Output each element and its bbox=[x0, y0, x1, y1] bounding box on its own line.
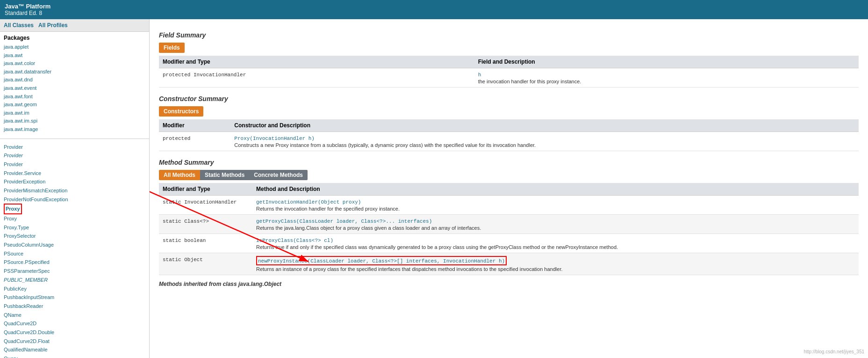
pkg-java-awt-geom[interactable]: java.awt.geom bbox=[4, 101, 145, 109]
inherited-section: Methods inherited from class java.lang.O… bbox=[159, 281, 859, 287]
concrete-methods-tab[interactable]: Concrete Methods bbox=[249, 170, 308, 180]
constructor-col-modifier: Modifier bbox=[159, 119, 230, 132]
pkg-java-awt-color[interactable]: java.awt.color bbox=[4, 59, 145, 68]
sidebar: All Classes All Profiles Packages java.a… bbox=[0, 19, 150, 358]
url-watermark: http://blog.csdn.net/jiyes_351 bbox=[803, 349, 864, 354]
table-row: static boolean isProxyClass(Class<?> cl)… bbox=[159, 234, 859, 253]
class-provider-mismatch[interactable]: ProviderMismatchException bbox=[4, 186, 145, 195]
content-area: Field Summary Fields Modifier and Type F… bbox=[150, 19, 868, 358]
field-summary-section: Field Summary Fields Modifier and Type F… bbox=[159, 31, 859, 88]
fields-table: Modifier and Type Field and Description … bbox=[159, 56, 859, 88]
method-description-3: Returns true if and only if the specifie… bbox=[256, 244, 855, 250]
pkg-java-awt[interactable]: java.awt bbox=[4, 51, 145, 60]
method-link-3[interactable]: isProxyClass(Class<?> cl) bbox=[256, 238, 333, 243]
methods-col-modifier: Modifier and Type bbox=[159, 183, 252, 196]
class-provider-2[interactable]: Provider bbox=[4, 151, 145, 160]
static-methods-tab[interactable]: Static Methods bbox=[200, 170, 249, 180]
constructor-desc: Proxy(InvocationHandler h) Constructs a … bbox=[230, 132, 859, 151]
class-psource[interactable]: PSource bbox=[4, 249, 145, 258]
constructors-tab-button[interactable]: Constructors bbox=[159, 106, 203, 117]
method-description-2: Returns the java.lang.Class object for a… bbox=[256, 225, 855, 231]
table-row: protected InvocationHandler h the invoca… bbox=[159, 68, 859, 88]
constructors-table: Modifier Constructor and Description pro… bbox=[159, 119, 859, 151]
method-modifier-1: static InvocationHandler bbox=[159, 196, 252, 215]
method-desc-4: newProxyInstance(ClassLoader loader, Cla… bbox=[252, 253, 859, 275]
pkg-java-awt-image[interactable]: java.awt.image bbox=[4, 125, 145, 134]
method-link-4-highlighted[interactable]: newProxyInstance(ClassLoader loader, Cla… bbox=[258, 258, 505, 264]
method-tabs: All Methods Static Methods Concrete Meth… bbox=[159, 170, 859, 180]
class-proxy-type[interactable]: Proxy.Type bbox=[4, 223, 145, 232]
class-psource-pspecified[interactable]: PSource.PSpecified bbox=[4, 258, 145, 267]
method-modifier-2: static Class<?> bbox=[159, 215, 252, 234]
class-quadcurve2d[interactable]: QuadCurve2D bbox=[4, 319, 145, 328]
constructor-modifier: protected bbox=[159, 132, 230, 151]
methods-col-desc: Method and Description bbox=[252, 183, 859, 196]
class-provider-exception[interactable]: ProviderException bbox=[4, 177, 145, 186]
table-row: static Class<?> getProxyClass(ClassLoade… bbox=[159, 215, 859, 234]
method-link-2[interactable]: getProxyClass(ClassLoader loader, Class<… bbox=[256, 219, 432, 224]
fields-tab-button[interactable]: Fields bbox=[159, 43, 185, 53]
method-description-4: Returns an instance of a proxy class for… bbox=[256, 266, 855, 272]
class-provider-notfound[interactable]: ProviderNotFoundException bbox=[4, 195, 145, 204]
class-pseudo-column[interactable]: PseudoColumnUsage bbox=[4, 241, 145, 249]
constructor-summary-title: Constructor Summary bbox=[159, 95, 859, 102]
method-modifier-4: static Object bbox=[159, 253, 252, 275]
class-pushback-inputstream[interactable]: PushbackInputStream bbox=[4, 293, 145, 302]
class-provider-1[interactable]: Provider bbox=[4, 143, 145, 152]
method-summary-section: Method Summary All Methods Static Method… bbox=[159, 159, 859, 275]
field-description: the invocation handler for this proxy in… bbox=[478, 79, 855, 84]
sidebar-packages: Packages java.applet java.awt java.awt.c… bbox=[0, 32, 149, 137]
pkg-java-awt-event[interactable]: java.awt.event bbox=[4, 84, 145, 93]
sidebar-class-list: Provider Provider Provider Provider.Serv… bbox=[0, 141, 149, 358]
constructor-link[interactable]: Proxy(InvocationHandler h) bbox=[234, 136, 315, 141]
header-title-line1: Java™ Platform bbox=[5, 3, 863, 10]
constructors-table-header: Modifier Constructor and Description bbox=[159, 119, 859, 132]
packages-label: Packages bbox=[4, 35, 145, 41]
class-public-key[interactable]: PublicKey bbox=[4, 285, 145, 293]
class-query[interactable]: Query bbox=[4, 354, 145, 358]
pkg-java-awt-im-spi[interactable]: java.awt.im.spi bbox=[4, 117, 145, 125]
method-desc-2: getProxyClass(ClassLoader loader, Class<… bbox=[252, 215, 859, 234]
all-methods-tab[interactable]: All Methods bbox=[159, 170, 200, 180]
field-link-h[interactable]: h bbox=[478, 72, 481, 78]
methods-table: Modifier and Type Method and Description… bbox=[159, 183, 859, 275]
class-proxy-selector[interactable]: ProxySelector bbox=[4, 232, 145, 241]
method-summary-title: Method Summary bbox=[159, 159, 859, 166]
methods-table-header: Modifier and Type Method and Description bbox=[159, 183, 859, 196]
class-provider-service[interactable]: Provider.Service bbox=[4, 169, 145, 178]
class-qname[interactable]: QName bbox=[4, 311, 145, 320]
class-quadcurve2d-float[interactable]: QuadCurve2D.Float bbox=[4, 337, 145, 346]
field-summary-title: Field Summary bbox=[159, 31, 859, 39]
class-provider-3[interactable]: Provider bbox=[4, 160, 145, 169]
sidebar-top-nav: All Classes All Profiles bbox=[0, 19, 149, 32]
fields-col-modifier: Modifier and Type bbox=[159, 56, 474, 68]
constructor-description: Constructs a new Proxy instance from a s… bbox=[234, 142, 855, 148]
all-profiles-link[interactable]: All Profiles bbox=[38, 22, 68, 29]
class-qualified-nameable[interactable]: QualifiedNameable bbox=[4, 345, 145, 354]
table-row: static Object newProxyInstance(ClassLoad… bbox=[159, 253, 859, 275]
pkg-java-awt-font[interactable]: java.awt.font bbox=[4, 93, 145, 101]
class-quadcurve2d-double[interactable]: QuadCurve2D.Double bbox=[4, 328, 145, 337]
pkg-java-awt-datatransfer[interactable]: java.awt.datatransfer bbox=[4, 68, 145, 76]
table-row: protected Proxy(InvocationHandler h) Con… bbox=[159, 132, 859, 151]
class-proxy-selected[interactable]: Proxy bbox=[4, 204, 22, 214]
method-link-1[interactable]: getInvocationHandler(Object proxy) bbox=[256, 199, 361, 205]
pkg-java-applet[interactable]: java.applet bbox=[4, 43, 145, 51]
class-public-member[interactable]: PUBLIC_MEMBER bbox=[4, 276, 145, 285]
constructor-summary-section: Constructor Summary Constructors Modifie… bbox=[159, 95, 859, 151]
method-desc-3: isProxyClass(Class<?> cl) Returns true i… bbox=[252, 234, 859, 253]
class-pushback-reader[interactable]: PushbackReader bbox=[4, 302, 145, 311]
class-proxy-2[interactable]: Proxy bbox=[4, 214, 145, 223]
pkg-java-awt-dnd[interactable]: java.awt.dnd bbox=[4, 76, 145, 84]
field-modifier: protected InvocationHandler bbox=[159, 68, 474, 88]
main-layout: All Classes All Profiles Packages java.a… bbox=[0, 19, 868, 358]
class-pss-param[interactable]: PSSParameterSpec bbox=[4, 267, 145, 276]
header-title-line2: Standard Ed. 8 bbox=[5, 10, 863, 16]
method-desc-1: getInvocationHandler(Object proxy) Retur… bbox=[252, 196, 859, 215]
fields-col-field: Field and Description bbox=[474, 56, 859, 68]
constructor-col-desc: Constructor and Description bbox=[230, 119, 859, 132]
all-classes-link[interactable]: All Classes bbox=[4, 22, 34, 29]
pkg-java-awt-im[interactable]: java.awt.im bbox=[4, 109, 145, 117]
table-row: static InvocationHandler getInvocationHa… bbox=[159, 196, 859, 215]
method-description-1: Returns the invocation handler for the s… bbox=[256, 206, 855, 212]
